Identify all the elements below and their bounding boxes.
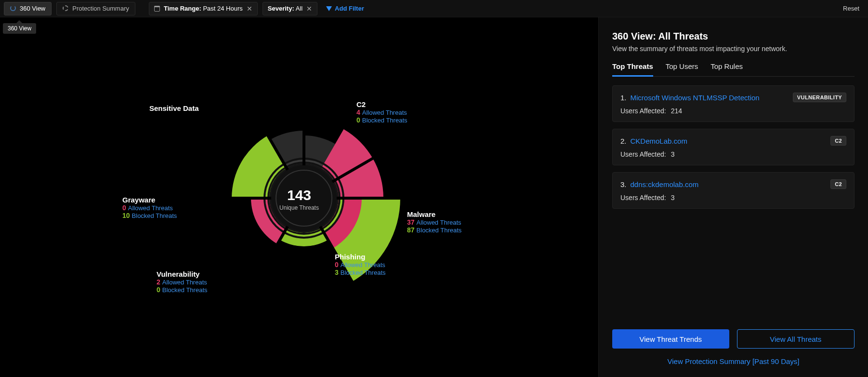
- calendar-icon: [154, 6, 160, 12]
- allowed-count: 2: [157, 278, 160, 286]
- add-filter-label: Add Filter: [335, 5, 364, 12]
- blocked-label: Blocked Threats: [162, 286, 208, 294]
- chart-wrap: 143 Unique Threats Sensitive Data C2 4Al…: [0, 17, 598, 377]
- close-icon[interactable]: ✕: [306, 5, 312, 12]
- filter-time-range[interactable]: Time Range: Past 24 Hours ✕: [149, 2, 258, 15]
- panel-tabs: Top Threats Top Users Top Rules: [612, 62, 855, 77]
- cat-title: Phishing: [335, 253, 386, 261]
- blocked-count: 87: [407, 226, 415, 234]
- cat-title: Malware: [407, 210, 461, 218]
- chart-center-value: 143: [0, 187, 598, 203]
- threat-badge: C2: [830, 179, 846, 189]
- threat-badge: VULNERABILITY: [793, 93, 846, 102]
- allowed-count: 0: [122, 204, 126, 212]
- funnel-icon: [326, 6, 332, 11]
- cat-malware[interactable]: Malware 37Allowed Threats 87Blocked Thre…: [407, 210, 461, 234]
- app-root: 360 View Protection Summary Time Range: …: [0, 0, 868, 377]
- view-protection-summary-link[interactable]: View Protection Summary [Past 90 Days]: [612, 357, 855, 365]
- threat-name-link[interactable]: CKDemoLab.com: [631, 137, 687, 145]
- users-affected-value: 214: [671, 107, 682, 115]
- allowed-count: 0: [335, 261, 339, 269]
- panel-title: 360 View: All Threats: [612, 31, 855, 42]
- threat-name-link[interactable]: ddns:ckdemolab.com: [631, 180, 699, 188]
- blocked-count: 0: [356, 116, 360, 124]
- blocked-count: 0: [157, 286, 160, 294]
- blocked-label: Blocked Threats: [362, 117, 408, 124]
- allowed-label: Allowed Threats: [341, 261, 385, 269]
- threat-index: 1.: [620, 94, 627, 102]
- dashed-ring-icon: [63, 5, 69, 12]
- tab-top-threats[interactable]: Top Threats: [612, 62, 653, 77]
- allowed-label: Allowed Threats: [162, 279, 207, 286]
- panel-actions: View Threat Trends View All Threats: [612, 329, 855, 349]
- users-affected-value: 3: [671, 150, 675, 158]
- threat-index: 2.: [620, 137, 627, 145]
- tab-top-users[interactable]: Top Users: [666, 62, 698, 76]
- users-affected-label: Users Affected:: [620, 194, 666, 202]
- users-affected-value: 3: [671, 194, 675, 202]
- tab-360-view[interactable]: 360 View: [4, 2, 52, 15]
- cat-c2[interactable]: C2 4Allowed Threats 0Blocked Threats: [356, 100, 408, 124]
- tab-protection-summary[interactable]: Protection Summary: [56, 2, 135, 15]
- panel-subtitle: View the summary of threats most impacti…: [612, 45, 855, 53]
- close-icon[interactable]: ✕: [247, 5, 252, 12]
- allowed-count: 4: [356, 108, 360, 116]
- side-panel: 360 View: All Threats View the summary o…: [598, 17, 868, 377]
- filter-prefix: Severity:: [268, 5, 294, 12]
- threat-card[interactable]: 1. Microsoft Windows NTLMSSP Detection V…: [612, 85, 855, 122]
- cat-vulnerability[interactable]: Vulnerability 2Allowed Threats 0Blocked …: [157, 270, 208, 294]
- threat-name-link[interactable]: Microsoft Windows NTLMSSP Detection: [631, 94, 760, 102]
- reset-link[interactable]: Reset: [843, 5, 864, 12]
- threat-card[interactable]: 2. CKDemoLab.com C2 Users Affected: 3: [612, 129, 855, 165]
- body: 143 Unique Threats Sensitive Data C2 4Al…: [0, 17, 868, 377]
- allowed-label: Allowed Threats: [417, 219, 461, 226]
- filter-severity[interactable]: Severity: All ✕: [263, 2, 317, 15]
- allowed-count: 37: [407, 218, 415, 226]
- view-all-threats-button[interactable]: View All Threats: [737, 329, 855, 349]
- cat-grayware[interactable]: Grayware 0Allowed Threats 10Blocked Thre…: [122, 196, 177, 219]
- blocked-label: Blocked Threats: [341, 269, 386, 276]
- tab-top-rules[interactable]: Top Rules: [710, 62, 743, 76]
- cat-title: Grayware: [122, 196, 177, 204]
- filter-value: All: [296, 5, 302, 12]
- threat-card[interactable]: 3. ddns:ckdemolab.com C2 Users Affected:…: [612, 172, 855, 209]
- blocked-label: Blocked Threats: [132, 212, 177, 219]
- blocked-count: 3: [335, 269, 339, 276]
- tab-label: 360 View: [20, 5, 45, 12]
- cat-title: C2: [356, 100, 408, 108]
- tab-label: Protection Summary: [72, 5, 129, 12]
- top-toolbar: 360 View Protection Summary Time Range: …: [0, 0, 868, 17]
- ring-icon: [10, 5, 17, 12]
- users-affected-label: Users Affected:: [620, 107, 666, 115]
- allowed-label: Allowed Threats: [128, 204, 173, 212]
- threat-badge: C2: [830, 136, 846, 146]
- users-affected-label: Users Affected:: [620, 150, 666, 158]
- add-filter-button[interactable]: Add Filter: [322, 2, 368, 15]
- blocked-count: 10: [122, 212, 130, 219]
- chart-panel: 143 Unique Threats Sensitive Data C2 4Al…: [0, 17, 598, 377]
- threat-index: 3.: [620, 180, 627, 188]
- allowed-label: Allowed Threats: [362, 109, 407, 116]
- cat-title: Vulnerability: [157, 270, 208, 278]
- cat-title: Sensitive Data: [149, 104, 199, 112]
- blocked-label: Blocked Threats: [417, 227, 462, 234]
- cat-sensitive-data[interactable]: Sensitive Data: [149, 104, 199, 112]
- view-threat-trends-button[interactable]: View Threat Trends: [612, 329, 729, 349]
- cat-phishing[interactable]: Phishing 0Allowed Threats 3Blocked Threa…: [335, 253, 386, 276]
- filter-value: Past 24 Hours: [203, 5, 242, 12]
- filter-prefix: Time Range:: [164, 5, 201, 12]
- chart-center-label: Unique Threats: [0, 204, 598, 211]
